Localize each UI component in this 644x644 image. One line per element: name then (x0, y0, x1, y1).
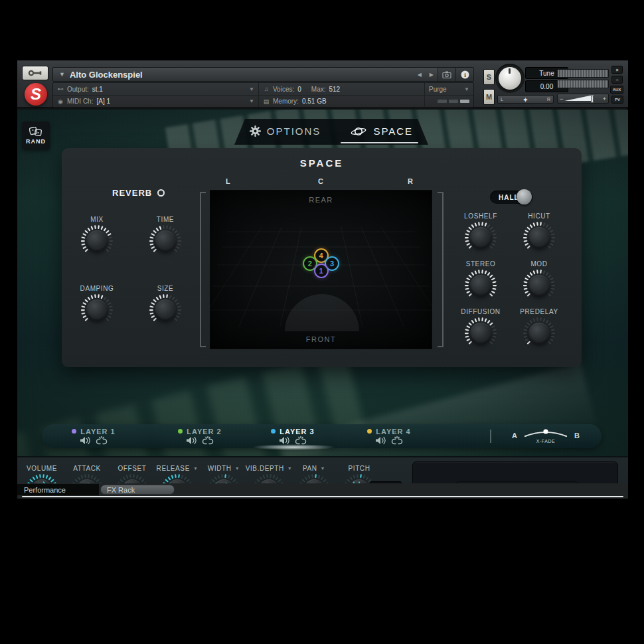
layer-color-dot (178, 429, 183, 434)
volume-slider-track[interactable] (564, 94, 601, 103)
pan-slider[interactable]: L ◂|▸ R (497, 95, 554, 104)
midi-dropdown-caret-icon[interactable]: ▼ (249, 98, 254, 104)
instrument-titlebar[interactable]: ▼ Alto Glockenspiel ◀ ▶ i (52, 67, 474, 82)
knob-size[interactable]: SIZE (135, 284, 195, 326)
xfade-slider[interactable] (524, 428, 568, 438)
hall-toggle-knob[interactable] (517, 189, 532, 204)
knob-label: SIZE (157, 285, 174, 292)
stage-source-1[interactable]: 1 (314, 264, 329, 278)
knob-dial[interactable] (149, 225, 181, 257)
broken-link-icon[interactable] (96, 436, 108, 445)
speaker-icon[interactable] (375, 436, 386, 445)
aux-button[interactable]: AUX (610, 86, 623, 94)
knob-label: DIFFUSION (461, 308, 500, 315)
xfade-b-label: B (574, 432, 580, 440)
edit-wrench-button[interactable] (22, 66, 48, 80)
reverb-stage[interactable]: REAR FRONT 4231 (210, 190, 432, 349)
knob-label: VOLUME (27, 465, 57, 472)
layer-item-1[interactable]: LAYER 1 (50, 424, 137, 448)
knob-label: STEREO (466, 260, 496, 268)
knob-dial[interactable] (523, 270, 555, 301)
snapshot-camera-button[interactable] (438, 68, 455, 81)
knob-dial[interactable] (523, 317, 555, 349)
stage-label-right: R (408, 177, 413, 185)
reverb-power-icon[interactable] (157, 189, 165, 197)
output-row[interactable]: ⊷ Output: st.1 ▼ (53, 83, 258, 95)
knob-pitch[interactable]: PITCH (329, 464, 389, 483)
knob-label: ATTACK (73, 465, 101, 472)
tab-options-label: OPTIONS (267, 125, 321, 137)
knob-dial[interactable] (465, 317, 497, 349)
randomize-button[interactable]: RAND (22, 121, 50, 149)
knob-dial[interactable]: LR (298, 474, 330, 483)
next-instrument-icon[interactable]: ▶ (426, 72, 438, 78)
broken-link-icon[interactable] (202, 436, 214, 445)
layer-color-dot (72, 429, 76, 434)
memory-icon: ▤ (263, 98, 270, 105)
purge-status-bars (438, 100, 469, 103)
knob-dropdown-caret-icon[interactable]: ▼ (321, 466, 326, 471)
kontakt-instrument-window: S ▼ Alto Glockenspiel ◀ ▶ i (17, 60, 627, 498)
speaker-icon[interactable] (80, 436, 91, 445)
knob-dial[interactable] (71, 474, 103, 483)
knob-hicut[interactable]: HICUT (509, 212, 569, 254)
volume-slider-handle[interactable] (591, 96, 594, 103)
knob-dial[interactable] (161, 474, 193, 483)
saturn-icon (350, 125, 367, 137)
layer-item-4[interactable]: LAYER 4 (346, 424, 432, 448)
level-meter-right (557, 80, 609, 88)
solo-button[interactable]: S (483, 69, 495, 85)
instrument-title: Alto Glockenspiel (70, 70, 143, 80)
minimize-button[interactable]: − (611, 76, 623, 84)
knob-dial[interactable] (253, 474, 285, 483)
xfade-a-label: A (512, 432, 517, 440)
volume-plus[interactable]: + (603, 96, 608, 102)
knob-stereo[interactable]: STEREO (451, 260, 511, 301)
output-dropdown-caret-icon[interactable]: ▼ (249, 86, 254, 92)
stage-rear-label: REAR (210, 196, 432, 204)
knob-mix[interactable]: MIX (67, 215, 127, 257)
volume-slider[interactable]: − + (557, 94, 609, 104)
midi-value: [A] 1 (96, 98, 110, 105)
knob-diffusion[interactable]: DIFFUSION (451, 307, 511, 349)
knob-predelay[interactable]: PREDELAY (509, 307, 569, 349)
tab-space[interactable]: SPACE (350, 125, 413, 139)
rand-label: RAND (26, 138, 46, 145)
knob-dial[interactable] (208, 474, 240, 483)
purge-label: Purge (429, 86, 447, 93)
xfade-handle[interactable] (543, 429, 548, 434)
volume-minus[interactable]: − (558, 96, 563, 102)
close-button[interactable]: × (611, 66, 623, 74)
knob-time[interactable]: TIME (135, 215, 195, 257)
memory-value: 0.51 GB (302, 98, 327, 105)
purge-row[interactable]: Purge ▼ (425, 83, 473, 95)
info-button[interactable]: i (455, 68, 473, 81)
pan-slider-handle[interactable]: ◂|▸ (523, 97, 527, 102)
knob-dial[interactable] (149, 294, 181, 326)
knob-damping[interactable]: DAMPING (67, 284, 127, 326)
tab-fx-rack[interactable]: FX Rack (100, 485, 175, 495)
purge-dropdown-caret-icon[interactable]: ▼ (464, 86, 469, 92)
knob-dial[interactable] (465, 270, 497, 301)
knob-dial[interactable] (26, 474, 58, 483)
knob-loshelf[interactable]: LOSHELF (451, 212, 511, 254)
knob-dial[interactable] (116, 474, 148, 483)
speaker-icon[interactable] (186, 436, 197, 445)
camera-icon (442, 71, 451, 78)
prev-instrument-icon[interactable]: ◀ (414, 72, 426, 78)
knob-dial[interactable] (81, 225, 113, 257)
midi-row[interactable]: ◉ MIDI Ch: [A] 1 ▼ (53, 95, 258, 107)
mute-button[interactable]: M (483, 89, 495, 105)
tab-performance[interactable]: Performance (17, 484, 99, 495)
layer-bar: LAYER 1LAYER 2LAYER 3LAYER 4 A X-FADE B (42, 424, 602, 448)
instrument-main-area: RAND OPTIONS (17, 110, 628, 483)
knob-dial[interactable] (523, 222, 555, 254)
knob-dial[interactable] (81, 294, 113, 326)
layer-item-2[interactable]: LAYER 2 (157, 424, 243, 448)
knob-mod[interactable]: MOD (509, 260, 569, 301)
broken-link-icon[interactable] (391, 436, 403, 445)
knob-label: PAN (303, 465, 317, 472)
knob-dial[interactable] (465, 222, 497, 254)
pv-button[interactable]: PV (611, 96, 623, 104)
tab-options[interactable]: OPTIONS (250, 125, 321, 138)
